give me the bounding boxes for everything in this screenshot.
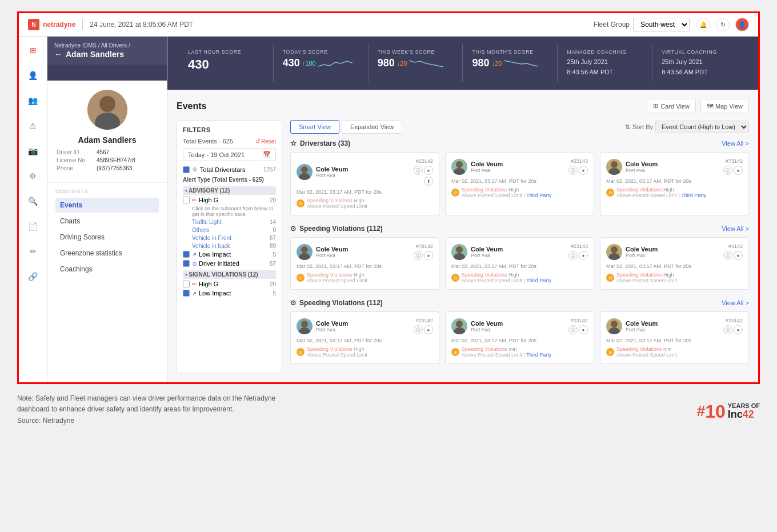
sidebar-icon-edit[interactable]: ✏ <box>25 243 41 259</box>
event-card-2-1[interactable]: Cole Veum Port Ava #23142 ⓘ ● Mar 02, 20… <box>445 311 594 364</box>
event-card-0-1[interactable]: Cole Veum Port Ava #23143 ⓘ ● Mar 02, 20… <box>445 152 594 215</box>
action-more-0-0[interactable]: ● <box>424 166 433 175</box>
sig-high-g-count: 20 <box>270 281 276 287</box>
sidebar-icon-grid[interactable]: ⊞ <box>25 42 41 58</box>
action-more-1-1[interactable]: ● <box>579 251 588 260</box>
action-info-2-1[interactable]: ⓘ <box>568 325 578 334</box>
low-impact-checkbox[interactable] <box>183 251 190 258</box>
action-info-2-0[interactable]: ⓘ <box>414 325 423 334</box>
event-card-2-2[interactable]: Cole Veum Port Ava #23142 ⓘ ● Mar 02, 20… <box>600 311 749 364</box>
action-info-1-1[interactable]: ⓘ <box>568 251 578 260</box>
view-all-link-2[interactable]: View All > <box>722 299 749 306</box>
notification-icon[interactable]: 🔔 <box>696 18 710 31</box>
tag-content-2-1: Speeding Violations min Above Posted Spe… <box>462 346 551 358</box>
event-card-meta-1-1: Mar 02, 2021, 03:17 AM, PDT for 20s <box>451 263 588 269</box>
event-group-icon-2: ⊙ <box>290 299 296 307</box>
view-all-link-0[interactable]: View All > <box>722 140 749 147</box>
action-more-2-1[interactable]: ● <box>579 325 588 334</box>
contents-item-events[interactable]: Events <box>55 198 159 213</box>
action-more-2-2[interactable]: ● <box>734 325 743 334</box>
sidebar-icon-document[interactable]: 📄 <box>25 218 41 234</box>
action-more-2-0[interactable]: ● <box>424 325 433 334</box>
contents-item-driving-scores[interactable]: Driving Scores <box>55 230 159 245</box>
contents-item-coachings[interactable]: Coachings <box>55 262 159 277</box>
date-filter[interactable]: Today - 19 Oct 2021 📅 <box>183 148 276 161</box>
action-upload-0-0[interactable]: ⬆ <box>424 177 433 186</box>
action-info-0-0[interactable]: ⓘ <box>414 166 423 175</box>
action-more-0-2[interactable]: ● <box>734 166 743 175</box>
event-card-1-2[interactable]: Cole Veum Port Ava #3142 ⓘ ● Mar 02, 202… <box>600 237 749 290</box>
filter-row-high-g[interactable]: ✏ High G 20 <box>183 197 276 203</box>
driver-photo-section: Adam Sandlers Driver ID 4567 License No.… <box>47 81 167 183</box>
advisory-section: ▪ ADVISORY (12) <box>183 186 276 195</box>
filter-row-driverstars[interactable]: ☆ Total Driverstars 1257 <box>183 166 276 173</box>
map-view-button[interactable]: 🗺 Map View <box>700 99 749 113</box>
action-info-0-1[interactable]: ⓘ <box>568 166 578 175</box>
fleet-group-selector[interactable]: Fleet Group South-west <box>594 18 690 31</box>
card-view-label: Card View <box>660 103 690 110</box>
driverstars-checkbox[interactable] <box>183 166 190 173</box>
sidebar-icon-users[interactable]: 👥 <box>25 93 41 109</box>
high-g-checkbox[interactable] <box>183 197 190 203</box>
event-card-2-0[interactable]: Cole Veum Port Ava #23142 ⓘ ● Mar 02, 20… <box>290 311 439 364</box>
filter-vehicle-back[interactable]: Vehicle in back 89 <box>183 243 276 249</box>
action-more-1-0[interactable]: ● <box>424 251 433 260</box>
sidebar-icon-user[interactable]: 👤 <box>25 67 41 83</box>
filter-row-driver-initiated[interactable]: ⊙ Driver Initiated 67 <box>183 260 276 267</box>
filter-vehicle-front[interactable]: Vehicle in Front 67 <box>183 235 276 241</box>
fleet-group-label: Fleet Group <box>594 21 630 29</box>
action-info-1-0[interactable]: ⓘ <box>414 251 423 260</box>
svg-point-15 <box>301 321 308 327</box>
event-card-tag-1-1: ⊙ Speeding Violations High Above Posted … <box>451 272 588 283</box>
event-card-actions-0-0: #23142 ⓘ ● ⬆ <box>414 158 433 186</box>
svg-point-6 <box>454 168 465 175</box>
back-arrow[interactable]: ← <box>54 50 62 59</box>
card-view-button[interactable]: ⊞ Card View <box>647 99 696 113</box>
sidebar-icon-settings[interactable]: ⚙ <box>25 168 41 184</box>
refresh-icon[interactable]: ↻ <box>716 18 730 31</box>
bottom-logo-text-block: YEARS OF Inc42 <box>728 402 760 421</box>
filters-reset-button[interactable]: ↺ Reset <box>255 138 276 145</box>
driver-initiated-icon: ⊙ <box>192 261 197 267</box>
virtual-coaching-label: VIRTUAL COACHING <box>662 49 738 55</box>
filter-others[interactable]: Others 0 <box>183 227 276 233</box>
sidebar-icon-network[interactable]: 🔗 <box>25 269 41 285</box>
event-card-info-0-2: Cole Veum Port Ava <box>626 161 720 173</box>
today-sparkline <box>318 58 353 69</box>
sort-dropdown[interactable]: Event Count (High to Low) <box>655 121 749 133</box>
filter-traffic-light[interactable]: Traffic Light 14 <box>183 219 276 225</box>
action-info-2-2[interactable]: ⓘ <box>723 325 732 334</box>
tag-subtext-1-1: Above Posted Speed Limit | Third Party <box>462 278 551 283</box>
filter-row-low-impact[interactable]: ↗ Low Impact 5 <box>183 251 276 258</box>
expanded-view-tab[interactable]: Expanded View <box>342 120 402 134</box>
action-more-1-2[interactable]: ● <box>734 251 743 260</box>
view-all-link-1[interactable]: View All > <box>722 225 749 232</box>
driverstars-label: Total Driverstars <box>200 166 245 173</box>
contents-item-greenzone[interactable]: Greenzone statistics <box>55 246 159 261</box>
action-more-0-1[interactable]: ● <box>579 166 588 175</box>
driver-initiated-checkbox[interactable] <box>183 260 190 267</box>
event-card-0-2[interactable]: Cole Veum Port Ava #73142 ⓘ ● Mar 02, 20… <box>600 152 749 215</box>
sidebar-icon-camera[interactable]: 📷 <box>25 143 41 159</box>
sidebar-icon-search[interactable]: 🔍 <box>25 193 41 209</box>
filter-row-sig-low-impact[interactable]: ↗ Low Impact 5 <box>183 290 276 297</box>
event-card-1-1[interactable]: Cole Veum Port Ava #23143 ⓘ ● Mar 02, 20… <box>445 237 594 290</box>
event-card-0-0[interactable]: Cole Veum Port Ava #23142 ⓘ ● ⬆ Mar 02, … <box>290 152 439 215</box>
sig-high-g-checkbox[interactable] <box>183 281 190 287</box>
event-card-tag-2-2: ⊙ Speeding Violations min Above Posted S… <box>606 346 743 358</box>
fleet-group-dropdown[interactable]: South-west <box>633 18 690 31</box>
event-card-tag-2-1: ⊙ Speeding Violations min Above Posted S… <box>451 346 588 358</box>
action-info-0-2[interactable]: ⓘ <box>723 166 732 175</box>
sidebar-icon-alert[interactable]: ⚠ <box>25 118 41 134</box>
contents-item-charts[interactable]: Charts <box>55 214 159 229</box>
filter-row-sig-high-g[interactable]: ✏ High G 20 <box>183 281 276 287</box>
map-view-icon: 🗺 <box>707 103 713 110</box>
sig-low-impact-checkbox[interactable] <box>183 290 190 297</box>
tag-third-party-1-1: Third Party <box>526 278 551 283</box>
smart-view-tab[interactable]: Smart View <box>290 120 339 134</box>
event-card-1-0[interactable]: Cole Veum Port Ava #78142 ⓘ ● Mar 02, 20… <box>290 237 439 290</box>
action-info-1-2[interactable]: ⓘ <box>723 251 732 260</box>
bottom-logo-inc: Inc <box>728 409 743 420</box>
user-avatar-icon[interactable]: 👤 <box>735 18 749 31</box>
score-card-week: THIS WEEK'S SCORE 980 ↓20 <box>369 45 463 82</box>
